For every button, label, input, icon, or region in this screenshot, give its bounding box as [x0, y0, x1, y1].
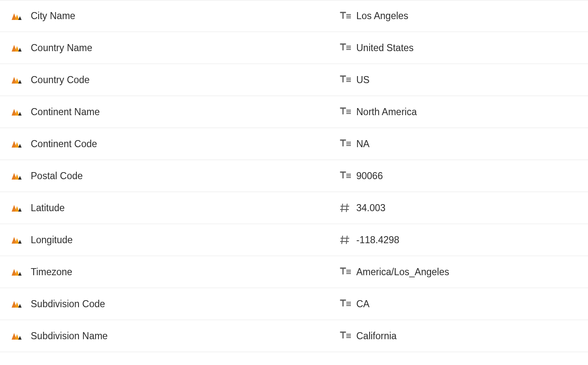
field-value-cell: CA	[340, 298, 576, 310]
table-row[interactable]: Postal Code 90066	[0, 160, 588, 192]
svg-line-19	[346, 204, 347, 212]
table-row[interactable]: Continent Name North America	[0, 96, 588, 128]
field-label-cell: Longitude	[12, 234, 340, 246]
number-type-icon	[340, 202, 351, 213]
table-row[interactable]: Longitude -118.4298	[0, 224, 588, 256]
table-row[interactable]: Subdivision Code CA	[0, 288, 588, 320]
field-label-cell: Latitude	[12, 202, 340, 214]
field-label-cell: Continent Name	[12, 106, 340, 118]
field-value: North America	[356, 106, 417, 118]
text-type-icon	[340, 138, 351, 149]
field-value: NA	[356, 138, 370, 150]
maxmind-icon	[12, 235, 23, 244]
field-value-cell: US	[340, 74, 576, 86]
field-label: Latitude	[31, 202, 65, 214]
maxmind-icon	[12, 107, 23, 116]
maxmind-icon	[12, 299, 23, 308]
field-label: Longitude	[31, 234, 73, 246]
text-type-icon	[340, 266, 351, 277]
field-value: 34.003	[356, 202, 385, 214]
table-row[interactable]: Country Code US	[0, 64, 588, 96]
field-value-cell: 90066	[340, 170, 576, 182]
field-label: Postal Code	[31, 170, 83, 182]
field-value-cell: NA	[340, 138, 576, 150]
svg-line-18	[342, 204, 343, 212]
field-value-cell: America/Los_Angeles	[340, 266, 576, 278]
field-value: US	[356, 74, 370, 86]
maxmind-icon	[12, 12, 23, 21]
field-label-cell: Country Name	[12, 42, 340, 54]
field-label: Timezone	[31, 266, 72, 278]
maxmind-icon	[12, 139, 23, 148]
text-type-icon	[340, 74, 351, 85]
field-label: Continent Code	[31, 138, 97, 150]
field-value-cell: California	[340, 330, 576, 342]
field-label-cell: City Name	[12, 10, 340, 22]
field-label: Subdivision Code	[31, 298, 105, 310]
field-label-cell: Subdivision Code	[12, 298, 340, 310]
number-type-icon	[340, 234, 351, 245]
field-value-cell: -118.4298	[340, 234, 576, 246]
text-type-icon	[340, 330, 351, 341]
field-label: City Name	[31, 10, 75, 22]
table-row[interactable]: Latitude 34.003	[0, 192, 588, 224]
maxmind-icon	[12, 75, 23, 84]
field-value: America/Los_Angeles	[356, 266, 449, 278]
field-value: California	[356, 330, 397, 342]
table-row[interactable]: Subdivision Name California	[0, 320, 588, 352]
field-value: CA	[356, 298, 370, 310]
field-label-cell: Postal Code	[12, 170, 340, 182]
maxmind-icon	[12, 267, 23, 276]
text-type-icon	[340, 170, 351, 181]
field-label: Subdivision Name	[31, 330, 108, 342]
field-value-cell: 34.003	[340, 202, 576, 214]
geo-fields-table: City Name Los Angeles	[0, 0, 588, 352]
text-type-icon	[340, 298, 351, 309]
maxmind-icon	[12, 203, 23, 212]
field-value-cell: North America	[340, 106, 576, 118]
svg-line-23	[346, 236, 347, 244]
field-label-cell: Subdivision Name	[12, 330, 340, 342]
field-label-cell: Continent Code	[12, 138, 340, 150]
field-label: Country Code	[31, 74, 90, 86]
field-value: -118.4298	[356, 234, 399, 246]
field-value: Los Angeles	[356, 10, 408, 22]
field-value-cell: United States	[340, 42, 576, 54]
field-label: Continent Name	[31, 106, 100, 118]
table-row[interactable]: Country Name United States	[0, 32, 588, 64]
svg-line-22	[342, 236, 343, 244]
field-value: United States	[356, 42, 414, 54]
table-row[interactable]: Continent Code NA	[0, 128, 588, 160]
table-row[interactable]: City Name Los Angeles	[0, 0, 588, 32]
table-row[interactable]: Timezone America/Los_Angeles	[0, 256, 588, 288]
field-label-cell: Timezone	[12, 266, 340, 278]
text-type-icon	[340, 106, 351, 117]
field-value: 90066	[356, 170, 383, 182]
maxmind-icon	[12, 171, 23, 180]
field-label: Country Name	[31, 42, 92, 54]
text-type-icon	[340, 11, 351, 22]
maxmind-icon	[12, 331, 23, 340]
field-label-cell: Country Code	[12, 74, 340, 86]
text-type-icon	[340, 42, 351, 53]
maxmind-icon	[12, 43, 23, 52]
field-value-cell: Los Angeles	[340, 10, 576, 22]
